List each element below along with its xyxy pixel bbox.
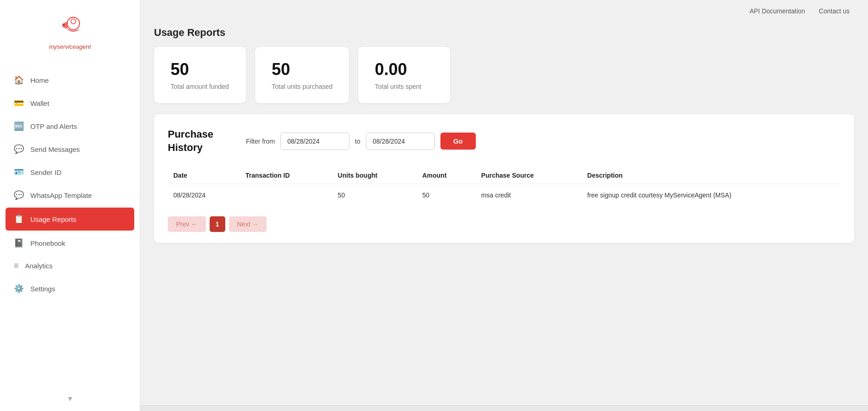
pagination: Prev ← 1 Next → xyxy=(168,216,840,232)
sidebar-item-phonebook[interactable]: 📓 Phonebook xyxy=(0,232,140,255)
sender-id-icon: 🪪 xyxy=(14,167,24,177)
sidebar-item-whatsapp-template[interactable]: 💬 WhatsApp Template xyxy=(0,184,140,207)
sidebar-item-settings[interactable]: ⚙️ Settings xyxy=(0,277,140,300)
go-button[interactable]: Go xyxy=(440,133,476,150)
purchase-history-card: Purchase History Filter from to Go DateT… xyxy=(154,114,854,243)
sidebar-label-otp-alerts: OTP and Alerts xyxy=(30,122,77,130)
sidebar-item-analytics[interactable]: ≡ Analytics xyxy=(0,255,140,277)
filter-from-input[interactable] xyxy=(280,133,349,150)
stats-row: 50 Total amount funded 50 Total units pu… xyxy=(140,47,868,114)
sidebar-item-usage-reports[interactable]: 📋 Usage Reports xyxy=(6,208,134,231)
topbar: API Documentation Contact us xyxy=(140,0,868,22)
purchase-history-title: Purchase History xyxy=(168,128,232,154)
stat-card-amount-funded: 50 Total amount funded xyxy=(154,47,246,103)
sidebar-label-analytics: Analytics xyxy=(25,262,53,270)
current-page-number[interactable]: 1 xyxy=(210,216,225,232)
stat-card-units-purchased: 50 Total units purchased xyxy=(255,47,349,103)
svg-point-1 xyxy=(71,19,76,24)
phonebook-icon: 📓 xyxy=(14,238,24,248)
filter-section: Filter from to Go xyxy=(246,133,476,150)
purchase-header: Purchase History Filter from to Go xyxy=(168,128,840,154)
table-cell-row0-col1 xyxy=(240,184,332,207)
history-table: DateTransaction IDUnits boughtAmountPurc… xyxy=(168,167,840,206)
svg-point-2 xyxy=(63,23,65,26)
wallet-icon: 💳 xyxy=(14,98,24,108)
sidebar-label-usage-reports: Usage Reports xyxy=(30,215,76,223)
filter-to-input[interactable] xyxy=(366,133,435,150)
stat-label-units-purchased: Total units purchased xyxy=(272,83,332,90)
home-icon: 🏠 xyxy=(14,75,24,85)
col-header-units-bought: Units bought xyxy=(332,167,417,184)
prev-button[interactable]: Prev ← xyxy=(168,216,206,232)
sidebar-item-home[interactable]: 🏠 Home xyxy=(0,69,140,92)
col-header-description: Description xyxy=(582,167,840,184)
sidebar-label-home: Home xyxy=(30,76,49,84)
table-cell-row0-col4: msa credit xyxy=(476,184,582,207)
page-title: Usage Reports xyxy=(140,22,868,47)
table-row: 08/28/20245050msa creditfree signup cred… xyxy=(168,184,840,207)
whatsapp-template-icon: 💬 xyxy=(14,190,24,200)
contact-us-link[interactable]: Contact us xyxy=(819,7,850,15)
usage-reports-icon: 📋 xyxy=(14,214,24,224)
logo-area: myserviceagent xyxy=(0,9,140,55)
filter-to-label: to xyxy=(355,138,360,145)
sidebar-label-send-messages: Send Messages xyxy=(30,145,80,153)
api-docs-link[interactable]: API Documentation xyxy=(749,7,805,15)
sidebar-bottom-arrow: ▾ xyxy=(0,386,140,411)
sidebar-label-whatsapp-template: WhatsApp Template xyxy=(30,191,92,199)
col-header-date: Date xyxy=(168,167,240,184)
main-content: API Documentation Contact us Usage Repor… xyxy=(140,0,868,411)
stat-label-units-spent: Total units spent xyxy=(375,83,434,90)
next-button[interactable]: Next → xyxy=(229,216,267,232)
table-header: DateTransaction IDUnits boughtAmountPurc… xyxy=(168,167,840,184)
stat-value-units-purchased: 50 xyxy=(272,60,332,79)
sidebar-item-sender-id[interactable]: 🪪 Sender ID xyxy=(0,161,140,184)
sidebar-label-phonebook: Phonebook xyxy=(30,239,65,247)
table-cell-row0-col0: 08/28/2024 xyxy=(168,184,240,207)
logo-text: myserviceagent xyxy=(49,43,91,50)
col-header-amount: Amount xyxy=(417,167,475,184)
sidebar-item-wallet[interactable]: 💳 Wallet xyxy=(0,92,140,115)
stat-value-units-spent: 0.00 xyxy=(375,60,434,79)
table-cell-row0-col5: free signup credit courtesy MyServiceAge… xyxy=(582,184,840,207)
table-cell-row0-col3: 50 xyxy=(417,184,475,207)
col-header-transaction-id: Transaction ID xyxy=(240,167,332,184)
horizontal-scrollbar[interactable] xyxy=(140,405,868,411)
table-body: 08/28/20245050msa creditfree signup cred… xyxy=(168,184,840,207)
logo-icon xyxy=(56,14,84,41)
sidebar-label-settings: Settings xyxy=(30,285,55,293)
otp-alerts-icon: 🔤 xyxy=(14,121,24,131)
analytics-icon: ≡ xyxy=(14,261,19,271)
table-cell-row0-col2: 50 xyxy=(332,184,417,207)
send-messages-icon: 💬 xyxy=(14,144,24,154)
nav-container: 🏠 Home 💳 Wallet 🔤 OTP and Alerts 💬 Send … xyxy=(0,69,140,300)
filter-from-label: Filter from xyxy=(246,138,275,145)
stat-card-units-spent: 0.00 Total units spent xyxy=(358,47,450,103)
sidebar: myserviceagent 🏠 Home 💳 Wallet 🔤 OTP and… xyxy=(0,0,140,411)
sidebar-item-otp-alerts[interactable]: 🔤 OTP and Alerts xyxy=(0,115,140,138)
sidebar-item-send-messages[interactable]: 💬 Send Messages xyxy=(0,138,140,161)
settings-icon: ⚙️ xyxy=(14,284,24,294)
sidebar-label-sender-id: Sender ID xyxy=(30,168,62,176)
sidebar-label-wallet: Wallet xyxy=(30,99,49,107)
stat-value-amount-funded: 50 xyxy=(171,60,229,79)
stat-label-amount-funded: Total amount funded xyxy=(171,83,229,90)
col-header-purchase-source: Purchase Source xyxy=(476,167,582,184)
